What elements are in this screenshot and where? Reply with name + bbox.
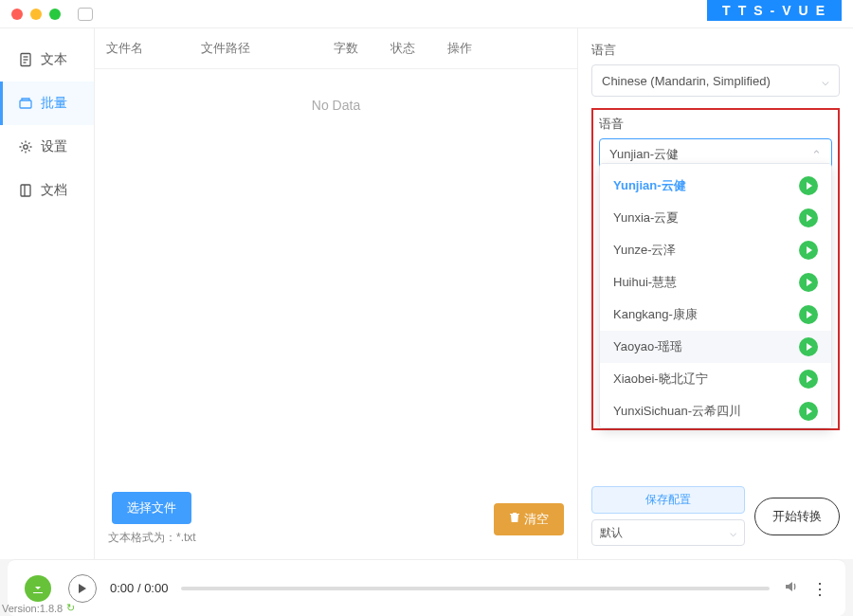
voice-value: Yunjian-云健 (609, 146, 679, 163)
language-value: Chinese (Mandarin, Simplified) (602, 74, 771, 88)
language-select[interactable]: Chinese (Mandarin, Simplified) ⌵ (591, 64, 840, 97)
svg-rect-6 (21, 185, 30, 196)
voice-highlight-region: 语音 Yunjian-云健 ⌃ Yunjian-云健 Yunxia-云夏 Yun… (591, 108, 840, 430)
maximize-window-icon[interactable] (49, 9, 61, 20)
play-icon[interactable] (799, 337, 818, 356)
progress-bar[interactable] (181, 587, 770, 590)
th-filename: 文件名 (106, 40, 201, 57)
sidebar-item-label: 文本 (41, 51, 67, 68)
play-icon[interactable] (799, 208, 818, 227)
minimize-window-icon[interactable] (30, 9, 42, 20)
book-icon (18, 183, 33, 198)
svg-rect-4 (20, 100, 31, 108)
download-button[interactable] (25, 575, 51, 602)
voice-option[interactable]: Yaoyao-瑶瑶 (600, 331, 831, 363)
select-file-button[interactable]: 选择文件 (112, 492, 191, 524)
play-icon[interactable] (799, 370, 818, 389)
th-words: 字数 (334, 40, 390, 57)
trash-icon (509, 512, 520, 526)
voice-option[interactable]: YunxiSichuan-云希四川 (600, 395, 831, 427)
app-brand: TTS-VUE (707, 0, 842, 21)
batch-icon (18, 96, 33, 111)
more-options-icon[interactable]: ⋯ (810, 581, 831, 596)
svg-point-5 (24, 145, 27, 149)
voice-dropdown: Yunjian-云健 Yunxia-云夏 Yunze-云泽 Huihui-慧慧 … (599, 163, 832, 428)
center-panel: 文件名 文件路径 字数 状态 操作 No Data 选择文件 文本格式为：*.t… (95, 28, 578, 559)
chevron-up-icon: ⌃ (811, 148, 822, 162)
table-header-row: 文件名 文件路径 字数 状态 操作 (95, 28, 577, 69)
audio-player: 0:00 / 0:00 ⋯ (8, 559, 845, 616)
preset-select[interactable]: 默认 ⌵ (591, 519, 745, 546)
sidebar-item-docs[interactable]: 文档 (0, 169, 94, 212)
right-footer: 保存配置 默认 ⌵ 开始转换 (591, 486, 840, 546)
save-config-button[interactable]: 保存配置 (591, 486, 745, 514)
play-icon[interactable] (799, 402, 818, 421)
voice-option[interactable]: Kangkang-康康 (600, 299, 831, 331)
table-empty: No Data (95, 69, 577, 479)
svg-marker-8 (79, 584, 86, 593)
th-status: 状态 (390, 40, 447, 57)
document-icon (18, 52, 33, 67)
sidebar-item-label: 文档 (41, 182, 67, 199)
clear-button[interactable]: 清空 (494, 503, 564, 535)
start-convert-button[interactable]: 开始转换 (754, 498, 840, 535)
th-path: 文件路径 (201, 40, 334, 57)
version-label: Version:1.8.8 ↻ (2, 602, 75, 614)
file-format-hint: 文本格式为：*.txt (108, 530, 196, 546)
window-controls (11, 8, 93, 21)
titlebar: TTS-VUE (0, 0, 853, 28)
sidebar-item-settings[interactable]: 设置 (0, 125, 94, 169)
chevron-down-icon: ⌵ (730, 526, 736, 539)
play-icon[interactable] (799, 273, 818, 292)
language-label: 语言 (591, 42, 840, 59)
close-window-icon[interactable] (11, 9, 23, 20)
sidebar-item-batch[interactable]: 批量 (0, 82, 94, 125)
play-icon[interactable] (799, 176, 818, 195)
th-action: 操作 (447, 40, 504, 57)
voice-option[interactable]: Yunjian-云健 (600, 170, 831, 202)
sidebar-item-text[interactable]: 文本 (0, 38, 94, 82)
voice-option[interactable]: Yunze-云泽 (600, 234, 831, 266)
voice-option[interactable]: Xiaobei-晓北辽宁 (600, 363, 831, 395)
play-icon[interactable] (799, 305, 818, 324)
sidebar-item-label: 批量 (41, 95, 67, 112)
voice-option[interactable]: Yunxia-云夏 (600, 202, 831, 234)
window-tab-icon[interactable] (78, 8, 93, 21)
gear-icon (18, 139, 33, 154)
player-time: 0:00 / 0:00 (110, 581, 168, 595)
voice-option[interactable]: Huihui-慧慧 (600, 266, 831, 299)
sidebar: 文本 批量 设置 文档 (0, 28, 95, 559)
center-footer: 选择文件 文本格式为：*.txt 清空 (95, 479, 577, 559)
sidebar-item-label: 设置 (41, 138, 67, 155)
play-pause-button[interactable] (68, 574, 97, 603)
voice-label: 语音 (599, 116, 832, 133)
play-icon[interactable] (799, 241, 818, 260)
chevron-down-icon: ⌵ (822, 74, 829, 88)
refresh-icon[interactable]: ↻ (66, 602, 75, 614)
volume-icon[interactable] (783, 578, 800, 599)
right-panel: 语言 Chinese (Mandarin, Simplified) ⌵ 语音 Y… (578, 28, 853, 559)
